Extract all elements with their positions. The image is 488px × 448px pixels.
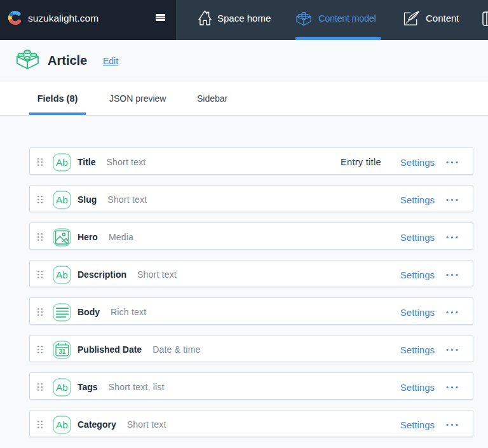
svg-text:Ab: Ab (56, 382, 68, 393)
svg-text:Ab: Ab (56, 194, 68, 205)
svg-text:Ab: Ab (56, 157, 68, 168)
svg-text:Ab: Ab (56, 269, 68, 280)
svg-text:31: 31 (58, 348, 66, 355)
svg-text:Ab: Ab (56, 419, 68, 430)
